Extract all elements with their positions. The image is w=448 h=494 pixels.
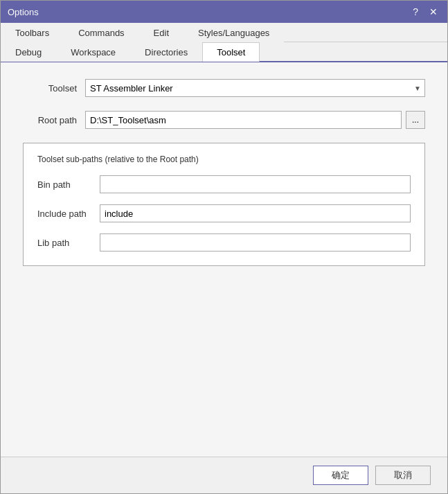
toolset-select[interactable]: ST Assembler Linker <box>85 79 425 97</box>
lib-path-label: Lib path <box>37 238 100 248</box>
lib-path-row: Lib path <box>37 233 411 252</box>
ok-button[interactable]: 确定 <box>313 466 368 485</box>
lib-path-input[interactable] <box>100 233 411 252</box>
help-button[interactable]: ? <box>410 7 421 17</box>
include-path-label: Include path <box>37 209 100 219</box>
options-dialog: Options ? ✕ Toolbars Commands Edit Style… <box>0 0 448 494</box>
include-path-input[interactable] <box>100 204 411 222</box>
tab-directories[interactable]: Directories <box>130 42 202 62</box>
browse-button[interactable]: ... <box>406 111 425 129</box>
tab-workspace[interactable]: Workspace <box>56 42 130 62</box>
window-title: Options <box>8 7 39 17</box>
tab-row-1: Toolbars Commands Edit Styles/Languages <box>1 23 447 42</box>
tab-edit[interactable]: Edit <box>139 23 183 42</box>
tab-toolbars[interactable]: Toolbars <box>1 23 64 42</box>
bin-path-input[interactable] <box>100 175 411 193</box>
title-bar: Options ? ✕ <box>1 1 447 23</box>
subpaths-title: Toolset sub-paths (relative to the Root … <box>37 155 411 164</box>
root-path-group: Root path ... <box>23 111 425 129</box>
toolset-group: Toolset ST Assembler Linker ▼ <box>23 79 425 97</box>
toolset-label: Toolset <box>23 83 85 94</box>
cancel-button[interactable]: 取消 <box>375 466 431 485</box>
root-path-label: Root path <box>23 115 85 125</box>
tab-toolset[interactable]: Toolset <box>202 42 260 62</box>
include-path-row: Include path <box>37 204 411 222</box>
subpaths-group: Toolset sub-paths (relative to the Root … <box>23 143 425 266</box>
tab-styles-languages[interactable]: Styles/Languages <box>183 23 284 42</box>
title-bar-controls: ? ✕ <box>410 7 440 17</box>
tab-commands[interactable]: Commands <box>64 23 138 42</box>
tab-debug[interactable]: Debug <box>1 42 56 62</box>
bin-path-label: Bin path <box>37 179 100 190</box>
tab-row-2: Debug Workspace Directories Toolset <box>1 42 447 62</box>
toolset-select-wrapper: ST Assembler Linker ▼ <box>85 79 425 97</box>
footer: 确定 取消 <box>1 457 447 493</box>
root-path-input[interactable] <box>85 111 402 129</box>
close-button[interactable]: ✕ <box>427 7 440 17</box>
content-area: Toolset ST Assembler Linker ▼ Root path … <box>1 62 447 457</box>
bin-path-row: Bin path <box>37 175 411 193</box>
